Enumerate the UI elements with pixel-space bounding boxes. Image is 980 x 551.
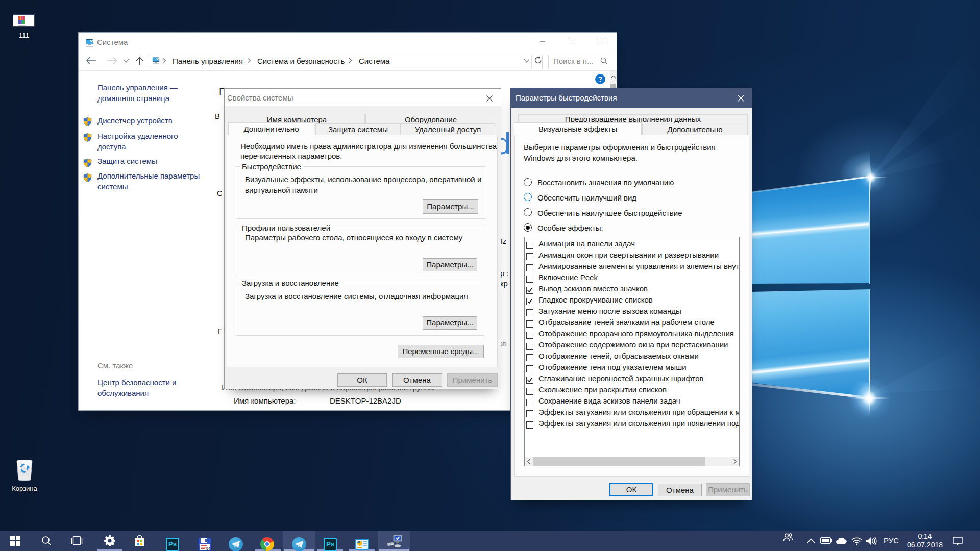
- svg-text:64: 64: [206, 547, 210, 550]
